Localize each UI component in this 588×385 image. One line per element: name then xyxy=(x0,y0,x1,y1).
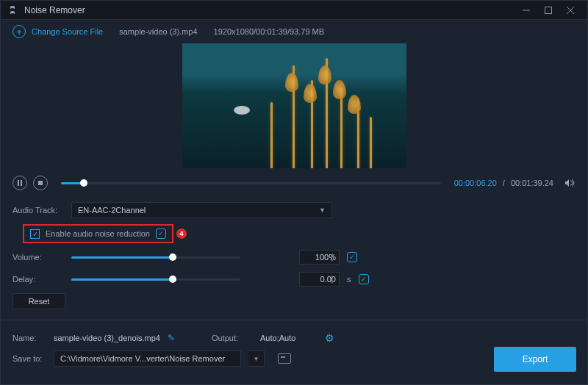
close-button[interactable] xyxy=(559,1,581,19)
svg-rect-5 xyxy=(21,180,22,186)
time-separator: / xyxy=(503,179,505,187)
volume-icon[interactable] xyxy=(564,177,576,189)
output-label: Output: xyxy=(212,334,238,342)
delay-unit: s xyxy=(347,275,351,284)
delay-label: Delay: xyxy=(12,275,64,284)
volume-input[interactable]: 100% ▲▼ xyxy=(299,250,340,265)
delay-stepper[interactable]: ▲▼ xyxy=(330,274,337,284)
volume-label: Volume: xyxy=(12,253,64,262)
file-meta: 1920x1080/00:01:39/93.79 MB xyxy=(214,27,324,36)
volume-slider[interactable] xyxy=(71,256,240,259)
seek-slider[interactable] xyxy=(61,182,441,184)
svg-rect-4 xyxy=(18,180,19,186)
video-preview[interactable] xyxy=(182,43,406,168)
toolbar: + Change Source File sample-video (3).mp… xyxy=(1,20,587,43)
output-settings-icon[interactable]: ⚙ xyxy=(325,332,334,344)
file-name: sample-video (3).mp4 xyxy=(119,27,197,36)
noise-reduction-label: Enable audio noise reduction xyxy=(46,229,150,238)
output-value: Auto;Auto xyxy=(260,334,295,342)
pause-button[interactable] xyxy=(12,176,27,190)
callout-badge: 4 xyxy=(176,229,187,239)
saveto-path[interactable]: C:\Vidmore\Vidmore V...verter\Noise Remo… xyxy=(54,350,241,367)
plus-icon: + xyxy=(12,25,26,38)
apply-all-icon[interactable]: ✓ xyxy=(156,229,166,239)
audio-track-value: EN-AAC-2Channel xyxy=(78,206,146,215)
open-folder-icon[interactable] xyxy=(278,353,291,364)
time-current: 00:00:06.20 xyxy=(454,179,497,187)
export-button[interactable]: Export xyxy=(494,347,576,372)
name-label: Name: xyxy=(12,334,46,342)
saveto-dropdown[interactable]: ▼ xyxy=(248,350,265,367)
time-total: 00:01:39.24 xyxy=(511,179,553,187)
saveto-label: Save to: xyxy=(12,354,46,363)
svg-rect-6 xyxy=(38,181,43,185)
titlebar: Noise Remover xyxy=(1,1,587,20)
delay-slider[interactable] xyxy=(71,278,240,281)
volume-apply-all-icon[interactable]: ✓ xyxy=(347,252,357,262)
window-title: Noise Remover xyxy=(24,5,515,15)
delay-apply-all-icon[interactable]: ✓ xyxy=(359,274,369,284)
reset-button[interactable]: Reset xyxy=(12,293,65,309)
volume-stepper[interactable]: ▲▼ xyxy=(330,252,337,262)
maximize-button[interactable] xyxy=(537,1,559,19)
audio-track-select[interactable]: EN-AAC-2Channel ▼ xyxy=(71,202,332,218)
stop-button[interactable] xyxy=(33,176,48,190)
noise-reduction-callout: ✓ Enable audio noise reduction ✓ 4 xyxy=(23,224,173,243)
chevron-down-icon: ▼ xyxy=(319,206,326,214)
delay-input[interactable]: 0.00 ▲▼ xyxy=(299,272,340,287)
change-source-label: Change Source File xyxy=(32,27,103,36)
saveto-value: C:\Vidmore\Vidmore V...verter\Noise Remo… xyxy=(60,354,225,363)
svg-rect-1 xyxy=(545,7,552,13)
app-icon xyxy=(7,4,18,16)
play-controls: 00:00:06.20/00:01:39.24 xyxy=(1,168,587,195)
audio-track-label: Audio Track: xyxy=(12,206,64,215)
minimize-button[interactable] xyxy=(515,1,537,19)
change-source-button[interactable]: + Change Source File xyxy=(12,25,103,38)
noise-reduction-checkbox[interactable]: ✓ xyxy=(30,229,40,239)
name-value: sample-video (3)_denois.mp4 xyxy=(54,334,160,342)
edit-name-icon[interactable]: ✎ xyxy=(168,333,175,343)
